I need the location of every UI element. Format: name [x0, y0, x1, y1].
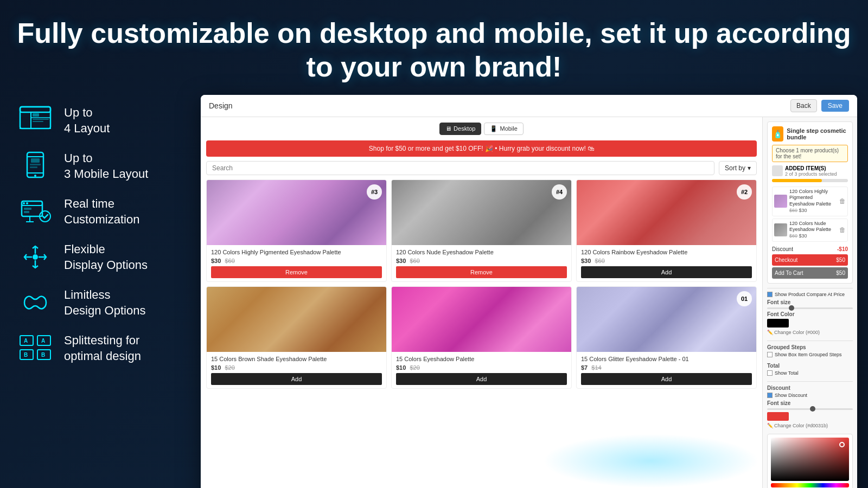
product-price-4: $10 $20: [211, 364, 382, 371]
discount-font-size-slider[interactable]: [767, 408, 853, 410]
product-badge-2: #4: [552, 184, 567, 200]
color-picker[interactable]: HexRGBA: [767, 434, 853, 488]
product-price-1: $30 $60: [211, 258, 382, 264]
svg-text:A: A: [24, 338, 28, 344]
add-button-5[interactable]: Add: [396, 373, 567, 385]
add-button-6[interactable]: Add: [581, 373, 752, 385]
bundle-icon: 🧴: [772, 126, 783, 142]
svg-rect-6: [33, 119, 49, 120]
mobile-toggle-btn[interactable]: 📱 Mobile: [484, 123, 523, 135]
discount-color-preview: [767, 412, 789, 421]
discount-slider-thumb: [810, 406, 815, 412]
feature-limitless: Limitless Design Options: [11, 282, 190, 324]
feature-layout-text: Up to 4 Layout: [64, 105, 110, 136]
svg-rect-7: [33, 121, 43, 122]
delete-bundle-item-1-icon[interactable]: 🗑: [839, 197, 846, 205]
product-area: 🖥 Desktop 📱 Mobile Shop for $50 or more …: [201, 117, 762, 488]
delete-bundle-item-2-icon[interactable]: 🗑: [839, 226, 846, 234]
added-items-text: ADDED ITEM(S) 2 of 3 products selected: [785, 165, 837, 177]
product-name-6: 15 Colors Glitter Eyeshadow Palette - 01: [581, 355, 752, 363]
font-size-slider[interactable]: [767, 307, 853, 309]
product-info-4: 15 Colors Brown Shade Eyeshadow Palette …: [207, 352, 386, 388]
search-sort-row: Sort by ▾: [206, 161, 757, 175]
splittest-icon: A B A B: [16, 332, 54, 365]
bundle-product-image-1: [774, 195, 787, 208]
svg-text:B: B: [41, 352, 45, 358]
svg-point-17: [23, 202, 25, 204]
svg-point-11: [34, 175, 36, 177]
product-image-3: #2: [577, 180, 756, 245]
add-button-4[interactable]: Add: [211, 373, 382, 385]
feature-flexible-text: Flexible Display Options: [64, 242, 148, 273]
show-box-checkbox[interactable]: [767, 352, 773, 357]
product-badge-6: 01: [737, 291, 752, 306]
show-discount-checkbox[interactable]: [767, 393, 773, 398]
flexible-icon: [16, 241, 54, 274]
table-row: 15 Colors Brown Shade Eyeshadow Palette …: [206, 286, 387, 389]
show-total-checkbox[interactable]: [767, 370, 773, 376]
table-row: 15 Colors Eyeshadow Palette $10 $20 Add: [391, 286, 572, 389]
desktop-icon: 🖥: [445, 125, 451, 132]
svg-rect-14: [30, 166, 37, 168]
svg-rect-13: [30, 164, 41, 165]
added-items-header: ADDED ITEM(S) 2 of 3 products selected: [772, 165, 848, 177]
feature-layout: Up to 4 Layout: [11, 100, 190, 142]
desktop-toggle-btn[interactable]: 🖥 Desktop: [439, 123, 481, 135]
table-row: #3 120 Colors Highly Pigmented Eyeshadow…: [206, 179, 387, 282]
discount-color-label: [767, 412, 853, 421]
page-header: Fully customizable on desktop and mobile…: [0, 0, 868, 95]
font-color-black-preview: [767, 319, 789, 328]
desktop-toggle-label: Desktop: [454, 125, 475, 132]
progress-bar: [772, 179, 848, 182]
sort-select[interactable]: Sort by ▾: [719, 161, 757, 175]
search-input[interactable]: [206, 161, 714, 175]
desktop-layout-icon: [16, 105, 54, 137]
back-button[interactable]: Back: [790, 99, 817, 112]
table-row: #4 120 Colors Nude Eyeshadow Palette $30…: [391, 179, 572, 282]
bundle-product-item-2: 120 Colors Nude Eyeshadow Palette $60 $3…: [772, 219, 848, 242]
mobile-layout-icon: [16, 150, 54, 183]
svg-text:A: A: [41, 338, 45, 344]
product-image-1: #3: [207, 180, 386, 245]
table-row: #2 120 Colors Rainbow Eyeshadow Palette …: [576, 179, 757, 282]
product-price-3: $30 $60: [581, 258, 752, 264]
svg-rect-5: [33, 113, 39, 117]
design-panel-body: 🖥 Desktop 📱 Mobile Shop for $50 or more …: [201, 117, 857, 488]
slider-thumb: [789, 305, 794, 311]
feature-limitless-text: Limitless Design Options: [64, 287, 145, 318]
bundle-product-info-1: 120 Colors Highly Pigmented Eyeshadow Pa…: [789, 189, 837, 214]
feature-flexible: Flexible Display Options: [11, 237, 190, 278]
add-to-cart-button[interactable]: Add To Cart $50: [772, 267, 848, 279]
product-info-2: 120 Colors Nude Eyeshadow Palette $30 $6…: [392, 245, 571, 281]
product-image-2: #4: [392, 180, 571, 245]
svg-rect-20: [24, 211, 29, 213]
product-price-2: $30 $60: [396, 258, 567, 264]
bundle-preview: 🧴 Single step cosmetic bundle Choose 1 m…: [767, 121, 853, 284]
compare-price-row: Show Product Compare At Price: [767, 292, 853, 297]
svg-point-24: [33, 254, 38, 260]
feature-realtime-text: Real time Customization: [64, 196, 139, 227]
svg-rect-1: [20, 107, 50, 112]
color-cursor: [839, 442, 845, 447]
product-price-5: $10 $20: [396, 364, 567, 371]
change-color-btn-1[interactable]: ✏️ Change Color (#000): [767, 330, 853, 335]
remove-button-1[interactable]: Remove: [211, 266, 382, 278]
color-rainbow[interactable]: [771, 483, 849, 487]
main-content: Up to 4 Layout Up to 3 Mobile Layout: [0, 95, 868, 488]
checkout-button[interactable]: Checkout $50: [772, 254, 848, 266]
save-button[interactable]: Save: [821, 100, 849, 112]
view-toggle: 🖥 Desktop 📱 Mobile: [206, 123, 757, 135]
design-panel-header: Design Back Save: [201, 95, 857, 117]
change-color-btn-2[interactable]: ✏️ Change Color (#d0031b): [767, 423, 853, 428]
compare-price-checkbox[interactable]: [767, 292, 773, 297]
header-buttons: Back Save: [790, 99, 849, 112]
bundle-title: Single step cosmetic bundle: [787, 127, 848, 140]
settings-grouped-steps: Grouped Steps Show Box Item Grouped Step…: [767, 344, 853, 357]
added-items-icon: [772, 165, 783, 176]
color-gradient[interactable]: [771, 438, 849, 481]
mobile-toggle-label: Mobile: [500, 125, 517, 132]
remove-button-2[interactable]: Remove: [396, 266, 567, 278]
svg-rect-19: [24, 208, 31, 210]
add-button-3[interactable]: Add: [581, 266, 752, 278]
limitless-icon: [16, 287, 54, 319]
